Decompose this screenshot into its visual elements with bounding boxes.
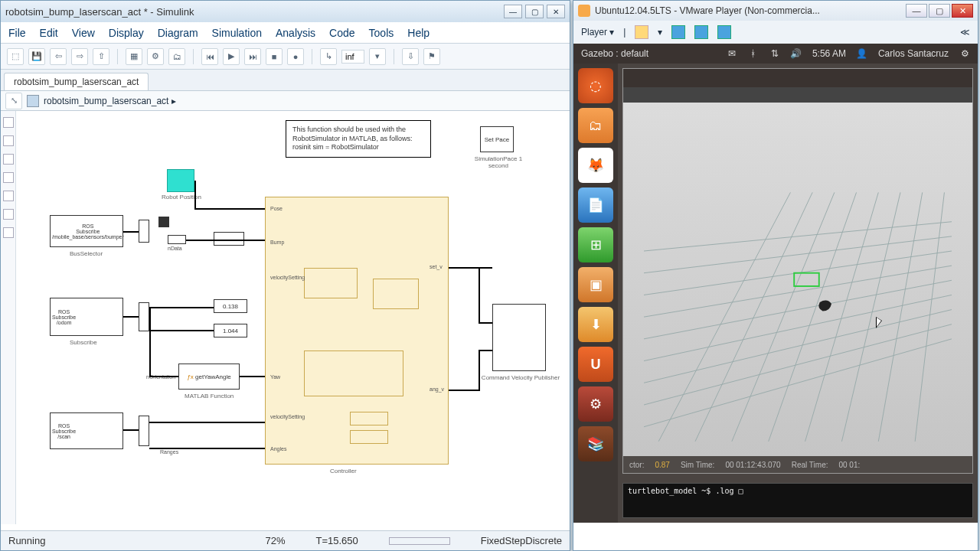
menu-file[interactable]: File	[8, 27, 26, 39]
writer-icon[interactable]: 📄	[578, 187, 613, 223]
menu-edit[interactable]: Edit	[40, 27, 58, 39]
gear-icon[interactable]: ⚙	[959, 48, 970, 59]
robot-position-label: Robot Position	[158, 194, 204, 201]
user-icon[interactable]: 👤	[857, 48, 867, 59]
svg-line-13	[805, 192, 879, 441]
model-canvas[interactable]: This function should be used with the Ro…	[16, 111, 570, 524]
player-menu[interactable]: Player ▾	[581, 27, 614, 37]
stop-time-field[interactable]	[341, 50, 364, 64]
display-block-2[interactable]: 0.138	[214, 299, 247, 313]
menu-display[interactable]: Display	[109, 27, 144, 39]
signal-wire	[123, 429, 139, 431]
robot-position-block[interactable]	[167, 169, 194, 192]
close-button[interactable]: ✕	[547, 5, 565, 18]
explorer-icon[interactable]: 🗂	[168, 48, 185, 65]
network-icon[interactable]: ⇅	[769, 48, 780, 59]
sample-time-icon[interactable]	[3, 172, 14, 183]
calc-icon[interactable]: ⊞	[578, 227, 613, 262]
menu-simulation[interactable]: Simulation	[212, 27, 262, 39]
menu-view[interactable]: View	[72, 27, 95, 39]
sep: |	[623, 27, 626, 37]
display-data[interactable]	[168, 235, 186, 244]
bus-selector-1[interactable]	[139, 220, 149, 243]
step-back-icon[interactable]: ⏮	[201, 48, 218, 65]
subscribe-bumper-block[interactable]: ROSSubscribe/mobile_base/sensors/bumper	[50, 215, 123, 247]
maximize-button[interactable]: ▢	[929, 4, 950, 18]
menu-tools[interactable]: Tools	[369, 27, 394, 39]
minimize-button[interactable]: —	[504, 5, 522, 18]
fullscreen-icon[interactable]	[694, 25, 708, 39]
workspace-icon[interactable]: 📚	[578, 426, 613, 461]
breadcrumb[interactable]: robotsim_bump_laserscan_act ▸	[44, 96, 176, 106]
vmware-titlebar[interactable]: Ubuntu12.04.5LTS - VMware Player (Non-co…	[573, 1, 978, 21]
fwd-icon[interactable]: ⇨	[71, 48, 88, 65]
signal-icon[interactable]: ↳	[320, 48, 337, 65]
clock[interactable]: 5:56 AM	[812, 48, 846, 59]
annot-icon[interactable]	[3, 191, 14, 201]
viewmark-icon[interactable]	[3, 227, 14, 238]
simulink-titlebar[interactable]: robotsim_bump_laserscan_act * - Simulink…	[1, 1, 570, 22]
step-fwd-icon[interactable]: ⏭	[244, 48, 261, 65]
subscribe-odom-block[interactable]: ROSSubscribe/odom	[50, 298, 123, 336]
fit-icon[interactable]	[3, 135, 14, 146]
menu-code[interactable]: Code	[329, 27, 354, 39]
run-icon[interactable]: ▶	[223, 48, 240, 65]
deploy-icon[interactable]: ⚑	[423, 48, 440, 65]
svg-line-11	[732, 192, 835, 441]
inner-block	[304, 350, 403, 396]
user-name[interactable]: Carlos Santacruz	[878, 48, 949, 59]
up-icon[interactable]: ⇧	[93, 48, 109, 65]
maximize-button[interactable]: ▢	[525, 5, 544, 18]
gazebo-titlebar[interactable]	[623, 69, 972, 87]
terminator-1[interactable]	[158, 217, 169, 227]
firefox-icon[interactable]: 🦊	[578, 148, 613, 183]
menu-analysis[interactable]: Analysis	[276, 27, 315, 39]
mode-dropdown[interactable]: ▾	[369, 48, 386, 65]
impress-icon[interactable]: ▣	[578, 267, 613, 302]
dash-icon[interactable]: ◌	[578, 68, 613, 103]
set-pace-block[interactable]: Set Pace	[480, 126, 514, 152]
matlab-function-block[interactable]: ƒx getYawAngle	[178, 364, 240, 390]
library-icon[interactable]: ▦	[126, 48, 142, 65]
gazebo-3d-view[interactable]	[623, 103, 972, 456]
chevron-left-icon[interactable]: ≪	[960, 27, 970, 37]
subscribe-scan-block[interactable]: ROSSubscribe/scan	[50, 412, 123, 449]
snapshot-icon[interactable]	[671, 25, 685, 39]
menu-diagram[interactable]: Diagram	[158, 27, 198, 39]
bluetooth-icon[interactable]: ᚼ	[748, 48, 759, 59]
bus-selector-2[interactable]	[139, 302, 149, 331]
cmdvel-publisher-block[interactable]	[492, 304, 546, 371]
minimize-button[interactable]: —	[906, 4, 927, 18]
settings-icon[interactable]: ⚙	[578, 386, 613, 422]
gazebo-window[interactable]: ctor: 0.87 Sim Time: 00 01:12:43.070 Rea…	[622, 68, 973, 474]
ubuntu-one-icon[interactable]: U	[578, 347, 613, 382]
record-icon[interactable]: ●	[287, 48, 304, 65]
stop-icon[interactable]: ■	[266, 48, 283, 65]
build-icon[interactable]: ⇩	[402, 48, 419, 65]
terminal-window[interactable]: turtlebot_model ~$ .log □	[622, 483, 973, 518]
zoom-icon[interactable]	[3, 117, 14, 128]
new-model-icon[interactable]: ⬚	[7, 48, 24, 65]
image-icon[interactable]	[3, 209, 14, 220]
mail-icon[interactable]: ✉	[727, 48, 737, 59]
files-icon[interactable]: 🗂	[578, 108, 613, 143]
close-button[interactable]: ✕	[952, 4, 973, 18]
volume-icon[interactable]: 🔊	[791, 48, 802, 59]
controller-subsystem[interactable]	[265, 197, 449, 465]
annotation-block[interactable]: This function should be used with the Ro…	[286, 120, 431, 158]
bus-selector-3[interactable]	[139, 416, 149, 446]
display-block-3[interactable]: 1.044	[214, 324, 247, 337]
pan-icon[interactable]	[3, 154, 14, 165]
gazebo-toolbar[interactable]	[623, 87, 972, 103]
unity-icon[interactable]	[717, 25, 731, 39]
display-block-1[interactable]	[214, 232, 244, 246]
save-icon[interactable]: 💾	[28, 48, 45, 65]
model-cfg-icon[interactable]: ⚙	[147, 48, 164, 65]
folder-icon[interactable]	[635, 25, 648, 39]
software-icon[interactable]: ⬇	[578, 307, 613, 342]
model-tab[interactable]: robotsim_bump_laserscan_act	[4, 73, 149, 90]
port-bump: Bump	[270, 240, 284, 245]
back-icon[interactable]: ⇦	[50, 48, 67, 65]
menu-help[interactable]: Help	[407, 27, 430, 39]
hide-browser-icon[interactable]: ⤡	[5, 93, 22, 109]
